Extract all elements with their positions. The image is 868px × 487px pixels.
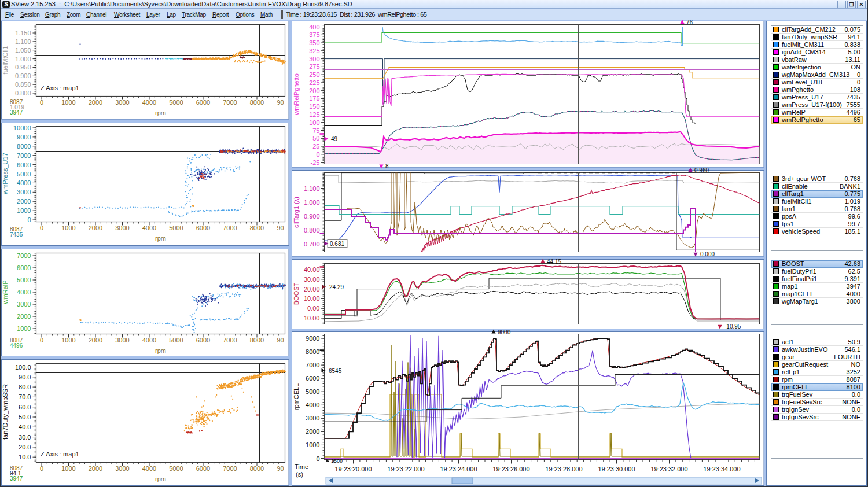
svg-text:75: 75 — [312, 127, 319, 134]
svg-text:50.0: 50.0 — [19, 414, 31, 420]
svg-text:24.29: 24.29 — [329, 284, 344, 290]
svg-text:10.0: 10.0 — [19, 453, 31, 460]
svg-text:7000: 7000 — [223, 465, 237, 472]
svg-text:275: 275 — [309, 63, 319, 70]
svg-text:50: 50 — [312, 135, 319, 142]
svg-text:76: 76 — [686, 19, 693, 25]
svg-text:90: 90 — [277, 224, 284, 231]
svg-text:200: 200 — [309, 87, 319, 94]
svg-text:19:23:30.000: 19:23:30.000 — [598, 466, 635, 473]
svg-text:3000: 3000 — [115, 224, 129, 231]
svg-text:19:23:32.000: 19:23:32.000 — [650, 466, 687, 473]
svg-text:9000: 9000 — [498, 329, 511, 335]
svg-text:9000: 9000 — [17, 134, 31, 141]
svg-text:1.100: 1.100 — [15, 38, 31, 45]
svg-text:250: 250 — [309, 71, 319, 78]
svg-text:0.960: 0.960 — [694, 167, 709, 174]
svg-text:90.0: 90.0 — [19, 374, 31, 381]
svg-text:6000: 6000 — [196, 99, 210, 106]
svg-text:1000: 1000 — [61, 337, 75, 344]
svg-text:1000: 1000 — [17, 325, 31, 332]
svg-text:4496: 4496 — [10, 342, 23, 349]
svg-text:19:23:26.000: 19:23:26.000 — [492, 466, 529, 473]
svg-text:fuelMtCll1: fuelMtCll1 — [2, 46, 9, 75]
svg-text:90: 90 — [277, 465, 284, 472]
svg-text:0.900: 0.900 — [304, 213, 320, 220]
svg-text:0.900: 0.900 — [15, 72, 31, 79]
svg-text:Z Axis : map1: Z Axis : map1 — [41, 451, 79, 458]
svg-text:325: 325 — [309, 47, 319, 54]
svg-text:2000: 2000 — [89, 465, 102, 472]
svg-text:BOOST: BOOST — [293, 282, 300, 305]
svg-text:20.0: 20.0 — [19, 444, 31, 451]
svg-text:300: 300 — [309, 56, 319, 62]
svg-text:4000: 4000 — [17, 179, 31, 186]
svg-text:40.0: 40.0 — [19, 423, 31, 430]
svg-text:3000: 3000 — [17, 301, 31, 308]
svg-text:cllTarg1 (λ): cllTarg1 (λ) — [293, 197, 300, 228]
svg-text:4000: 4000 — [142, 465, 156, 472]
svg-text:1.150: 1.150 — [15, 29, 31, 36]
svg-text:6000: 6000 — [196, 465, 210, 472]
svg-text:1.000: 1.000 — [15, 56, 31, 62]
svg-text:350: 350 — [309, 39, 319, 46]
svg-text:0.700: 0.700 — [304, 241, 320, 248]
svg-text:Time: Time — [295, 463, 308, 470]
svg-text:70.0: 70.0 — [19, 393, 31, 400]
svg-text:4000: 4000 — [142, 224, 156, 231]
svg-text:1.000: 1.000 — [304, 199, 320, 206]
svg-text:-25: -25 — [311, 159, 320, 166]
svg-text:3000: 3000 — [115, 465, 129, 472]
svg-text:2000: 2000 — [89, 337, 102, 344]
svg-text:7000: 7000 — [306, 361, 319, 368]
svg-text:Z Axis : map1: Z Axis : map1 — [41, 84, 79, 91]
svg-text:2000: 2000 — [306, 428, 319, 435]
svg-text:0.850: 0.850 — [15, 81, 31, 88]
svg-text:150: 150 — [309, 103, 319, 110]
svg-text:0.800: 0.800 — [304, 227, 320, 234]
svg-text:100.0: 100.0 — [15, 364, 31, 371]
svg-text:0: 0 — [316, 455, 319, 462]
svg-text:8: 8 — [385, 163, 389, 169]
svg-text:wmPress_U17: wmPress_U17 — [2, 153, 9, 195]
svg-text:20.00: 20.00 — [304, 286, 320, 293]
svg-text:175: 175 — [309, 95, 319, 102]
svg-text:rpmCELL: rpmCELL — [293, 383, 300, 410]
svg-text:49: 49 — [331, 136, 338, 142]
svg-text:4000: 4000 — [17, 289, 31, 296]
svg-text:2000: 2000 — [89, 99, 102, 106]
svg-text:19:23:24.000: 19:23:24.000 — [440, 466, 477, 473]
svg-text:19:23:28.000: 19:23:28.000 — [545, 466, 582, 473]
svg-text:8000: 8000 — [250, 465, 264, 472]
svg-text:1000: 1000 — [61, 465, 75, 472]
svg-text:6000: 6000 — [306, 375, 319, 382]
svg-text:44.15: 44.15 — [547, 259, 561, 265]
svg-text:1.100: 1.100 — [304, 185, 320, 192]
svg-text:6000: 6000 — [17, 161, 31, 168]
svg-text:9000: 9000 — [306, 335, 319, 342]
svg-text:7000: 7000 — [17, 152, 31, 159]
svg-text:0: 0 — [40, 337, 43, 344]
svg-text:2000: 2000 — [17, 313, 31, 320]
svg-text:19:23:22.000: 19:23:22.000 — [387, 466, 424, 473]
svg-text:4000: 4000 — [142, 337, 156, 344]
svg-text:3947: 3947 — [10, 475, 23, 482]
svg-text:0.950: 0.950 — [15, 64, 31, 71]
svg-text:6545: 6545 — [329, 368, 342, 374]
svg-text:10000: 10000 — [13, 124, 31, 131]
svg-text:1000: 1000 — [306, 441, 319, 448]
svg-text:100: 100 — [309, 119, 319, 126]
svg-text:rpm: rpm — [155, 235, 166, 242]
svg-text:125: 125 — [309, 111, 319, 118]
svg-text:0: 0 — [316, 151, 319, 158]
svg-text:10.00: 10.00 — [304, 295, 320, 302]
svg-text:400: 400 — [309, 24, 319, 31]
svg-text:8000: 8000 — [250, 224, 264, 231]
svg-text:3947: 3947 — [10, 109, 23, 116]
svg-text:rpm: rpm — [155, 347, 166, 354]
svg-text:25: 25 — [312, 143, 319, 150]
svg-text:0.000: 0.000 — [700, 251, 715, 257]
svg-text:8000: 8000 — [250, 99, 264, 106]
svg-text:5000: 5000 — [169, 465, 183, 472]
svg-text:7000: 7000 — [223, 224, 237, 231]
